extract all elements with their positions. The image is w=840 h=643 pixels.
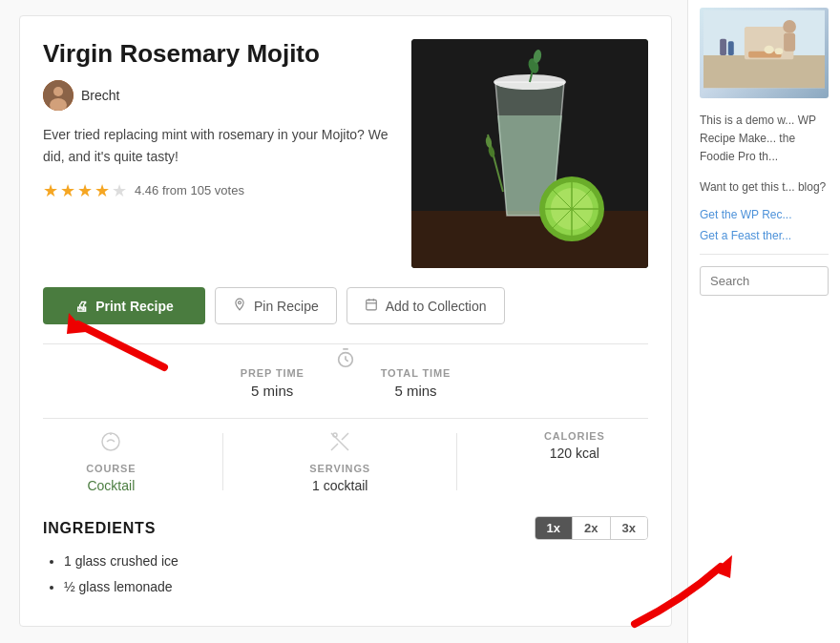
svg-point-44 [775,48,784,54]
avatar [43,80,74,111]
svg-line-28 [346,360,348,362]
pin-recipe-label: Pin Recipe [254,299,319,314]
recipe-description: Ever tried replacing mint with rosemary … [43,124,392,167]
author-name: Brecht [81,88,119,103]
search-input[interactable] [700,266,829,296]
total-time-label: TOTAL TIME [381,367,452,379]
recipe-buttons: 🖨 Print Recipe Pin Recipe [43,287,648,324]
sidebar-link-2[interactable]: Get a Feast ther... [700,229,829,242]
add-to-collection-button[interactable]: Add to Collection [346,287,505,324]
recipe-header: Virgin Rosemary Mojito Brecht Ev [43,39,648,268]
course-meta: COURSE Cocktail [86,430,136,493]
prep-time-label: PREP TIME [241,367,304,379]
print-recipe-button[interactable]: 🖨 Print Recipe [43,287,205,324]
list-item: ½ glass lemonade [64,577,648,597]
multiplier-buttons: 1x 2x 3x [535,516,648,540]
star-3[interactable]: ★ [77,180,93,201]
recipe-image-placeholder [411,39,648,268]
prep-time-value: 5 mins [241,383,304,399]
star-4[interactable]: ★ [94,180,110,201]
recipe-card: Virgin Rosemary Mojito Brecht Ev [19,15,672,627]
ingredients-header: INGREDIENTS 1x 2x 3x [43,516,648,540]
svg-point-43 [765,46,774,54]
svg-point-21 [239,301,242,304]
course-label: COURSE [86,463,136,474]
star-1[interactable]: ★ [43,180,58,201]
print-icon: 🖨 [74,299,88,314]
recipe-title: Virgin Rosemary Mojito [43,39,392,69]
divider-1 [43,343,648,344]
sidebar-description-2: Want to get this t... blog? [700,178,829,197]
recipe-image [411,39,648,268]
multiplier-2x[interactable]: 2x [573,517,610,539]
svg-point-30 [102,433,119,450]
servings-value: 1 cocktail [309,478,370,493]
calories-value: 120 kcal [544,446,605,461]
ingredients-title: INGREDIENTS [43,520,156,537]
sidebar-description-1: This is a demo w... WP Recipe Make... th… [700,112,829,167]
servings-label: SERVINGS [309,463,370,474]
sidebar-img-placeholder [700,8,829,98]
recipe-info: Virgin Rosemary Mojito Brecht Ev [43,39,392,268]
collection-label: Add to Collection [386,299,487,314]
total-time: TOTAL TIME 5 mins [381,367,452,399]
svg-point-38 [783,20,796,33]
svg-rect-4 [411,211,648,268]
total-time-value: 5 mins [381,383,452,399]
page-wrapper: Virgin Rosemary Mojito Brecht Ev [0,0,840,643]
star-5[interactable]: ★ [112,180,127,201]
collection-icon [365,298,378,314]
servings-meta: SERVINGS 1 cocktail [309,430,370,493]
servings-icon [309,430,370,459]
meta-divider-1 [222,433,223,490]
rating-text: 4.46 from 105 votes [135,183,244,197]
svg-rect-36 [704,55,825,88]
ingredients-section: INGREDIENTS 1x 2x 3x 1 glass crushed ice… [43,516,648,597]
main-content: Virgin Rosemary Mojito Brecht Ev [0,0,687,643]
pin-icon [233,298,246,314]
author-row: Brecht [43,80,392,111]
svg-rect-40 [720,39,726,55]
star-2[interactable]: ★ [60,180,75,201]
meta-section: COURSE Cocktail SERVINGS 1 cocktail [43,418,648,501]
sidebar-image [700,8,829,98]
calories-label: CALORIES [544,430,605,442]
timer-section: PREP TIME 5 mins TOTAL TIME 5 mins [43,360,648,406]
course-value: Cocktail [86,478,136,493]
prep-time: PREP TIME 5 mins [241,367,304,399]
pin-recipe-button[interactable]: Pin Recipe [215,287,337,324]
calories-meta: CALORIES 120 kcal [544,430,605,461]
stars[interactable]: ★ ★ ★ ★ ★ [43,180,127,201]
rating-row: ★ ★ ★ ★ ★ 4.46 from 105 votes [43,180,392,201]
svg-point-1 [53,87,63,96]
meta-divider-2 [456,433,457,490]
multiplier-1x[interactable]: 1x [536,517,573,539]
sidebar-link-1[interactable]: Get the WP Rec... [700,208,829,221]
timer-icon [335,348,356,374]
multiplier-3x[interactable]: 3x [611,517,647,539]
sidebar: This is a demo w... WP Recipe Make... th… [687,0,840,643]
svg-point-32 [333,433,337,437]
list-item: 1 glass crushed ice [64,551,648,571]
ingredients-list: 1 glass crushed ice ½ glass lemonade [43,551,648,597]
course-icon [86,430,136,459]
svg-rect-41 [728,41,734,55]
print-recipe-label: Print Recipe [95,299,174,314]
svg-rect-22 [366,300,376,310]
sidebar-divider [700,254,829,255]
svg-rect-39 [784,33,795,52]
